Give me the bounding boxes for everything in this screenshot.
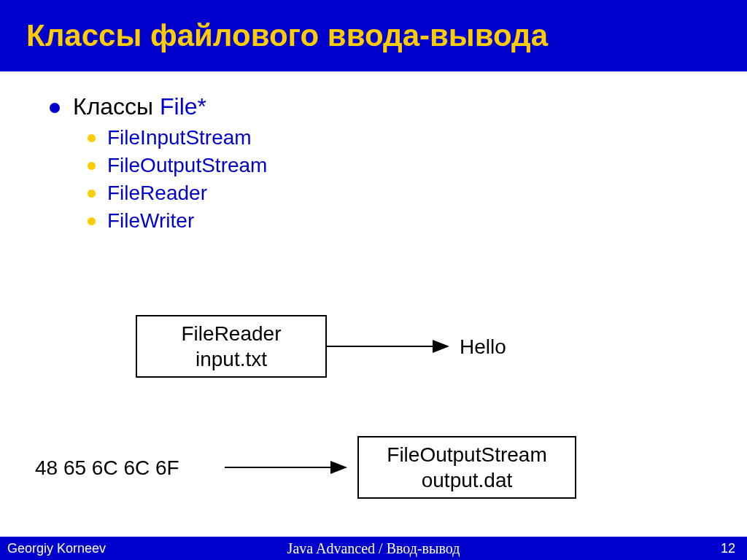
bullet-icon <box>88 134 96 142</box>
main-text: Классы File* <box>73 93 206 120</box>
main-bullet-item: Классы File* <box>50 93 711 120</box>
content-area: Классы File* FileInputStream FileOutputS… <box>0 71 747 233</box>
svg-marker-3 <box>330 461 347 474</box>
bullet-icon <box>50 103 60 113</box>
bullet-icon <box>88 217 96 225</box>
sub-item: FileInputStream <box>88 126 711 149</box>
arrow-right-icon <box>225 456 349 478</box>
title-bar: Классы файлового ввода-вывода <box>0 0 747 71</box>
box-line: FileReader <box>137 321 325 346</box>
hello-label: Hello <box>460 335 506 359</box>
footer-author: Georgiy Korneev <box>7 541 106 556</box>
sub-text: FileWriter <box>107 209 194 233</box>
sub-text: FileOutputStream <box>107 154 267 177</box>
footer-bar: Georgiy Korneev Java Advanced / Ввод-выв… <box>0 537 747 560</box>
arrow-right-icon <box>327 335 451 357</box>
box-line: output.dat <box>359 467 575 493</box>
box-line: input.txt <box>137 346 325 372</box>
bullet-icon <box>88 162 96 170</box>
sub-text: FileReader <box>107 182 207 205</box>
footer-page: 12 <box>721 541 735 556</box>
sub-item: FileReader <box>88 182 711 205</box>
main-prefix: Классы <box>73 93 160 120</box>
main-suffix: File* <box>160 93 206 120</box>
sub-item: FileWriter <box>88 209 711 233</box>
sub-list: FileInputStream FileOutputStream FileRea… <box>50 126 711 233</box>
sub-item: FileOutputStream <box>88 154 711 177</box>
footer-center: Java Advanced / Ввод-вывод <box>0 540 747 557</box>
sub-text: FileInputStream <box>107 126 252 149</box>
slide-title: Классы файлового ввода-вывода <box>26 18 548 53</box>
filereader-box: FileReader input.txt <box>136 315 327 378</box>
svg-marker-1 <box>433 340 449 353</box>
box-line: FileOutputStream <box>359 442 575 467</box>
fileoutputstream-box: FileOutputStream output.dat <box>357 436 576 499</box>
bullet-icon <box>88 190 96 198</box>
hex-label: 48 65 6C 6C 6F <box>35 456 179 480</box>
